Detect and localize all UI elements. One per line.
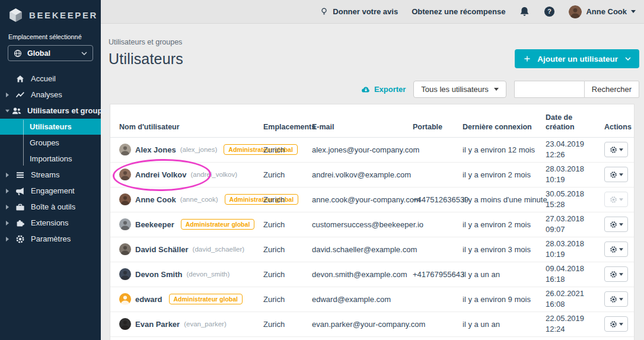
sidebar-item-parametres[interactable]: Paramètres	[0, 231, 101, 247]
email-cell: evan.parker@your-company.com	[312, 320, 413, 329]
gear-icon	[610, 271, 617, 278]
last-login-cell: il y a environ 3 mois	[463, 245, 546, 254]
search-button[interactable]: Rechercher	[584, 81, 639, 98]
sidebar-item-accueil[interactable]: Accueil	[0, 71, 101, 87]
last-login-cell: il y a moins d'une minute	[463, 195, 546, 204]
caret-down-icon	[619, 223, 623, 226]
created-cell: 23.04.201912:26	[546, 139, 604, 160]
location-label: Emplacement sélectionné	[0, 27, 101, 40]
gear-icon	[15, 234, 25, 244]
user-name-cell[interactable]: edwardAdministrateur global	[119, 293, 263, 305]
created-cell: 27.03.201809:07	[546, 214, 604, 234]
breadcrumb[interactable]: Utilisateurs et groupes	[109, 38, 182, 46]
gear-icon	[610, 295, 617, 303]
user-handle: (david_schaeller)	[193, 246, 245, 253]
user-name-cell[interactable]: Evan Parker(evan_parker)	[119, 318, 263, 330]
caret-down-icon	[619, 248, 623, 251]
column-header: Emplacements	[263, 122, 312, 132]
row-actions-button[interactable]	[604, 316, 628, 332]
created-cell: 26.02.202116:08	[546, 288, 604, 309]
sidebar-nav: AccueilAnalysesUtilisateurs et groupesUt…	[0, 71, 101, 247]
user-name-cell[interactable]: Devon Smith(devon_smith)	[119, 268, 263, 280]
created-cell: 28.03.201810:19	[546, 164, 604, 185]
email-cell: andrei.volkov@example.com	[312, 170, 413, 179]
export-button[interactable]: Exporter	[361, 85, 406, 94]
row-actions-button[interactable]	[604, 242, 628, 257]
user-name-cell[interactable]: Anne Cook(anne_cook)Administrateur globa…	[119, 193, 263, 205]
sidebar-item-utilisateurs[interactable]: Utilisateurs	[0, 119, 101, 135]
actions-cell	[604, 242, 633, 257]
row-actions-button[interactable]	[604, 266, 628, 282]
location-cell: Zurich	[263, 145, 312, 154]
sidebar-item-utilisateurs-et-groupes[interactable]: Utilisateurs et groupes	[0, 103, 101, 119]
user-name-link[interactable]: Evan Parker	[135, 320, 180, 329]
user-name-link[interactable]: David Schäller	[135, 245, 189, 254]
users-table: Nom d'utilisateurEmplacementsE-mailPorta…	[110, 104, 635, 340]
user-name-cell[interactable]: Alex Jones(alex_jones)Administrateur glo…	[119, 144, 263, 155]
email-cell: david.schaeller@example.com	[312, 245, 413, 254]
user-name-link[interactable]: Devon Smith	[135, 270, 182, 279]
users-icon	[12, 106, 21, 116]
table-row: David Schäller(david_schaeller)Zurichdav…	[110, 237, 634, 262]
sidebar-item-groupes[interactable]: Groupes	[0, 135, 101, 151]
column-header: Actions	[604, 122, 636, 132]
sidebar-item-boite-a-outils[interactable]: Boîte à outils	[0, 199, 101, 215]
chevron-right-icon	[5, 205, 13, 209]
topbar: Donner votre avis Obtenez une récompense…	[101, 0, 644, 24]
actions-cell	[604, 217, 633, 232]
chart-icon	[15, 90, 25, 100]
admin-badge: Administrateur global	[169, 294, 243, 304]
feedback-link[interactable]: Donner votre avis	[320, 7, 398, 16]
user-name-cell[interactable]: David Schäller(david_schaeller)	[119, 243, 263, 255]
notifications-button[interactable]	[519, 6, 530, 17]
reward-link[interactable]: Obtenez une récompense	[412, 7, 505, 16]
table-row: Andrei Volkov(andrei_volkov)Zurichandrei…	[110, 163, 634, 188]
puzzle-icon	[15, 218, 25, 228]
user-name-link[interactable]: Andrei Volkov	[135, 170, 186, 179]
row-actions-button[interactable]	[604, 192, 628, 207]
user-name-link[interactable]: Alex Jones	[135, 145, 176, 154]
row-actions-button[interactable]	[604, 167, 628, 182]
gear-icon	[610, 171, 617, 179]
user-name-link[interactable]: edward	[135, 295, 162, 304]
sidebar-item-importations[interactable]: Importations	[0, 151, 101, 167]
column-header: Dernière connexion	[463, 122, 546, 132]
sidebar-item-streams[interactable]: Streams	[0, 167, 101, 183]
help-button[interactable]: ?	[544, 6, 555, 17]
user-name-cell[interactable]: BeekeeperAdministrateur global	[119, 218, 263, 230]
sidebar-item-analyses[interactable]: Analyses	[0, 87, 101, 103]
user-menu[interactable]: Anne Cook	[569, 5, 636, 18]
row-actions-button[interactable]	[604, 142, 628, 157]
row-actions-button[interactable]	[604, 291, 628, 307]
user-filter-dropdown[interactable]: Tous les utilisateurs	[413, 81, 506, 98]
caret-down-icon	[619, 273, 623, 276]
sidebar-item-extensions[interactable]: Extensions	[0, 215, 101, 231]
user-name-link[interactable]: Beekeeper	[135, 220, 174, 229]
row-actions-button[interactable]	[604, 217, 628, 232]
user-name-link[interactable]: Anne Cook	[135, 195, 176, 204]
add-user-button[interactable]: Ajouter un utilisateur	[515, 49, 639, 68]
actions-cell	[604, 142, 633, 157]
last-login-cell: il y a environ 2 mois	[463, 220, 546, 229]
chevron-right-icon	[5, 237, 13, 242]
table-controls: Exporter Tous les utilisateurs Recherche…	[109, 81, 639, 98]
avatar	[119, 318, 131, 330]
last-login-cell: il y a environ 9 mois	[463, 295, 546, 304]
actions-cell	[604, 167, 633, 182]
globe-icon	[14, 49, 22, 58]
svg-text:?: ?	[547, 8, 551, 15]
column-header: E-mail	[312, 122, 413, 132]
gear-icon	[610, 146, 617, 154]
sidebar-item-engagement[interactable]: Engagement	[0, 183, 101, 199]
avatar	[119, 218, 131, 230]
chevron-down-icon	[81, 52, 87, 55]
caret-down-icon	[619, 298, 623, 301]
created-cell: 09.04.201816:18	[546, 263, 604, 284]
user-handle: (anne_cook)	[180, 196, 218, 203]
user-name-cell[interactable]: Andrei Volkov(andrei_volkov)	[119, 169, 263, 180]
search-input[interactable]	[514, 81, 584, 98]
caret-down-icon	[619, 173, 623, 176]
email-cell: alex.jones@your-company.com	[312, 145, 413, 154]
brand-name: BEEKEEPER	[29, 10, 98, 20]
location-selector[interactable]: Global	[8, 45, 93, 61]
